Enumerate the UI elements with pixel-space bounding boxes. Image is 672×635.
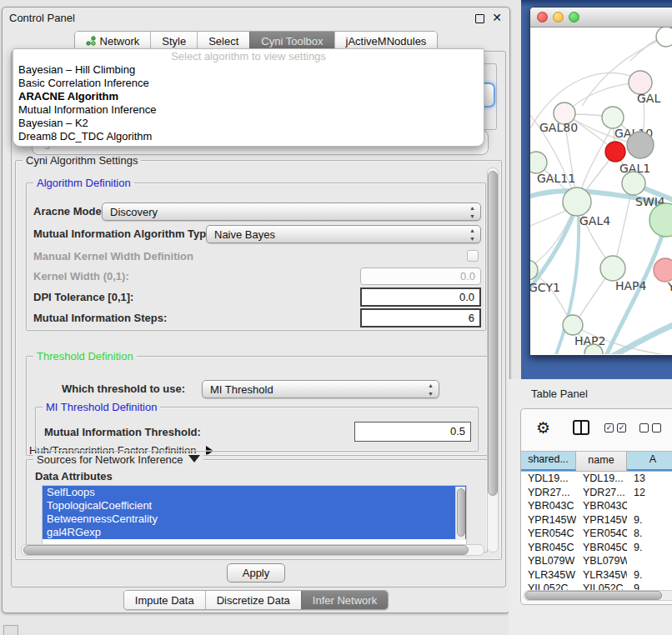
tab-discretize-data[interactable]: Discretize Data	[205, 591, 301, 609]
network-node-hap4[interactable]	[600, 256, 625, 281]
table-row[interactable]: YBR043CYBR043C	[521, 499, 672, 513]
unchecked-checkbox-icon[interactable]	[639, 423, 649, 432]
table-cell: YPR145W	[576, 513, 627, 528]
table-cell: YBL079W	[576, 554, 627, 568]
apply-button[interactable]: Apply	[227, 563, 285, 582]
algorithm-option-dream8-dc-tdc-algorithm[interactable]: Dream8 DC_TDC Algorithm	[13, 130, 484, 143]
close-button[interactable]	[537, 12, 548, 22]
gear-icon[interactable]: ⚙	[536, 418, 550, 439]
control-panel-titlebar: Control Panel ✕	[3, 8, 509, 28]
which-threshold-value: MI Threshold	[210, 383, 273, 396]
table-cell: 9.	[627, 541, 672, 555]
network-node-label: GCY1	[530, 281, 560, 294]
network-node[interactable]	[627, 132, 654, 158]
settings-vertical-scrollbar[interactable]	[487, 168, 499, 552]
mi-algorithm-type-select[interactable]: Naive Bayes ▲▼	[206, 225, 481, 243]
network-node[interactable]	[649, 203, 672, 237]
node-table: shared...nameA YDL19...YDL19...13YDR27..…	[521, 451, 672, 596]
settings-horizontal-scrollbar[interactable]	[21, 544, 484, 556]
network-node-y[interactable]	[654, 258, 672, 282]
zoom-button[interactable]	[569, 12, 579, 22]
tab-label: Select	[208, 35, 238, 48]
table-cell: YBL079W	[521, 554, 576, 568]
tab-cyni-toolbox[interactable]: Cyni Toolbox	[249, 32, 333, 50]
table-cell: 13	[627, 472, 672, 486]
checked-checkbox-icon[interactable]: ✓	[604, 423, 614, 432]
manual-kernel-checkbox[interactable]	[467, 250, 479, 262]
algorithm-definition-title: Algorithm Definition	[33, 177, 134, 189]
network-canvas[interactable]: GALGAL80GAL10GAL1SWI4GAL11GAL4GCY1HAP4YH…	[530, 28, 672, 354]
split-columns-icon[interactable]	[573, 420, 589, 435]
tab-select[interactable]: Select	[197, 32, 249, 50]
scrollbar-thumb[interactable]	[23, 545, 469, 555]
tab-infer-network[interactable]: Infer Network	[301, 591, 388, 609]
network-node-label: GAL80	[539, 121, 578, 134]
tab-impute-data[interactable]: Impute Data	[124, 591, 205, 609]
column-header-name[interactable]: name	[576, 452, 627, 471]
mi-threshold-input[interactable]: 0.5	[354, 422, 471, 442]
network-node-gal[interactable]	[629, 71, 652, 94]
table-row[interactable]: YPR145WYPR145W9.	[521, 513, 672, 528]
network-node-gal4[interactable]	[563, 188, 591, 216]
network-node-label: GAL	[637, 92, 660, 105]
algorithm-option-bayesian-hill-climbing[interactable]: Bayesian – Hill Climbing	[13, 63, 484, 77]
algorithm-option-bayesian-k2[interactable]: Bayesian – K2	[13, 117, 484, 130]
algorithm-option-aracne-algorithm[interactable]: ARACNE Algorithm	[13, 90, 484, 103]
dpi-tolerance-input[interactable]: 0.0	[360, 288, 481, 307]
tab-label: Infer Network	[313, 594, 377, 607]
data-attributes-list[interactable]: SelfLoopsTopologicalCoefficientBetweenne…	[42, 485, 467, 548]
scrollbar-thumb[interactable]	[525, 591, 662, 600]
attribute-item-gal4rgexp[interactable]: gal4RGexp	[43, 526, 466, 539]
network-node[interactable]	[656, 28, 672, 47]
tab-style[interactable]: Style	[150, 32, 197, 50]
minimize-button[interactable]	[553, 12, 564, 22]
mi-steps-input[interactable]: 6	[360, 308, 481, 328]
algorithm-option-basic-correlation-inference[interactable]: Basic Correlation Inference	[13, 77, 484, 90]
attribute-item-selfloops[interactable]: SelfLoops	[43, 486, 466, 499]
table-row[interactable]: YBL079WYBL079W	[521, 554, 672, 568]
tab-jactivemnodules[interactable]: jActiveMNodules	[334, 32, 438, 50]
table-cell	[627, 554, 672, 568]
network-edge[interactable]	[595, 314, 672, 354]
network-node-gal1[interactable]	[605, 142, 625, 162]
table-row[interactable]: YER054CYER054C8.	[521, 527, 672, 541]
float-window-icon[interactable]	[475, 14, 484, 23]
kernel-width-input[interactable]: 0.0	[360, 268, 481, 285]
table-cell: YDR27...	[576, 486, 627, 500]
table-cell: YBR043C	[576, 499, 627, 513]
table-row[interactable]: YBR045CYBR045C9.	[521, 541, 672, 555]
network-node-hap2[interactable]	[563, 315, 583, 335]
table-cell: 9.	[627, 568, 672, 582]
scrollbar-thumb[interactable]	[457, 488, 465, 537]
table-row[interactable]: YLR345WYLR345W9.	[521, 568, 672, 582]
network-edge[interactable]	[565, 82, 639, 114]
tab-network[interactable]: Network	[75, 32, 151, 50]
network-node-swi4[interactable]	[622, 172, 645, 195]
network-node-gal11[interactable]	[530, 152, 547, 173]
aracne-mode-label: Aracne Mode:	[33, 205, 105, 218]
checked-checkbox-icon[interactable]: ✓	[617, 423, 626, 432]
scrollbar-thumb[interactable]	[488, 171, 498, 496]
table-cell: YBR043C	[521, 499, 576, 513]
attribute-item-betweennesscentrality[interactable]: BetweennessCentrality	[43, 512, 466, 526]
table-row[interactable]: YDR27...YDR27...12	[521, 486, 672, 500]
sources-title[interactable]: Sources for Network Inference	[33, 453, 203, 466]
control-panel-title: Control Panel	[9, 12, 75, 24]
unchecked-checkbox-icon[interactable]	[652, 423, 661, 432]
which-threshold-select[interactable]: MI Threshold ▲▼	[202, 380, 439, 398]
table-cell: YDL19...	[521, 472, 576, 486]
attribute-item-topologicalcoefficient[interactable]: TopologicalCoefficient	[43, 499, 466, 512]
close-icon[interactable]: ✕	[492, 8, 502, 28]
column-header-a[interactable]: A	[627, 452, 672, 471]
list-scrollbar[interactable]	[455, 487, 465, 540]
table-row[interactable]: YDL19...YDL19...13	[521, 472, 672, 486]
network-window-titlebar[interactable]	[530, 8, 672, 28]
resize-grip[interactable]	[3, 625, 18, 635]
algorithm-option-mutual-information-inference[interactable]: Mutual Information Inference	[13, 103, 484, 117]
column-header-shared[interactable]: shared...	[521, 452, 576, 471]
table-horizontal-scrollbar[interactable]	[524, 590, 672, 601]
mi-type-label: Mutual Information Algorithm Type:	[33, 228, 216, 240]
aracne-mode-select[interactable]: Discovery ▲▼	[102, 202, 481, 221]
network-node-gal10[interactable]	[602, 107, 624, 128]
mi-threshold-group-title: MI Threshold Definition	[43, 401, 160, 413]
